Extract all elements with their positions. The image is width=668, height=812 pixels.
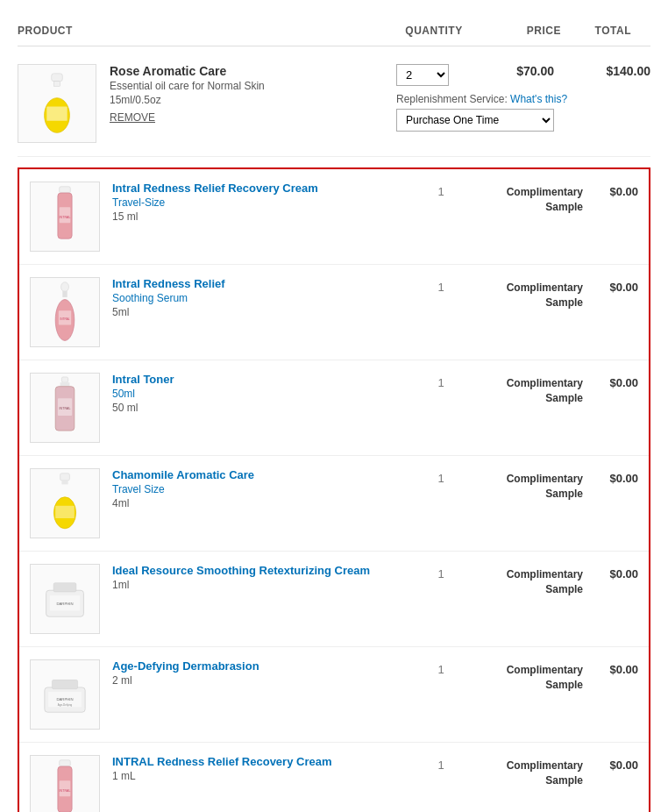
comp-total-2: $0.00 (590, 277, 638, 294)
comp-image-5: DARPHIN (30, 564, 100, 634)
svg-rect-14 (60, 382, 70, 387)
svg-text:INTRAL: INTRAL (60, 789, 71, 793)
comp-price-5: ComplimentarySample (476, 564, 590, 597)
comp-sub-4: Travel Size (112, 483, 406, 495)
comp-qty-4: 1 (406, 468, 476, 485)
comp-qty-3: 1 (406, 373, 476, 389)
svg-text:Age-Defying: Age-Defying (58, 703, 73, 707)
comp-size-3: 50 ml (112, 402, 406, 414)
comp-size-7: 1 mL (112, 770, 406, 782)
svg-rect-21 (55, 506, 75, 518)
svg-rect-23 (53, 582, 76, 591)
svg-rect-1 (53, 82, 60, 86)
comp-row-2: INTRAL Intral Redness Relief Soothing Se… (19, 265, 649, 360)
comp-size-5: 1ml (112, 579, 406, 591)
comp-size-4: 4ml (112, 497, 406, 509)
comp-total-6: $0.00 (590, 659, 638, 676)
svg-text:DARPHIN: DARPHIN (56, 697, 73, 702)
replenishment-row: Replenishment Service: What's this? Purc… (396, 93, 650, 132)
main-product-total: $140.00 (589, 64, 650, 78)
comp-sub-1: Travel-Size (112, 196, 406, 209)
svg-rect-3 (46, 107, 67, 121)
comp-name-5: Ideal Resource Smoothing Retexturizing C… (112, 564, 406, 577)
main-product-info: Rose Aromatic Care Essential oil care fo… (110, 64, 396, 124)
replenishment-label: Replenishment Service: What's this? (396, 93, 567, 105)
comp-price-2: ComplimentarySample (476, 277, 590, 310)
svg-rect-18 (60, 474, 70, 481)
svg-text:DARPHIN: DARPHIN (56, 602, 73, 606)
svg-rect-13 (61, 377, 68, 382)
comp-info-2: Intral Redness Relief Soothing Serum 5ml (112, 277, 406, 318)
comp-image-2: INTRAL (30, 277, 100, 347)
svg-rect-31 (60, 760, 71, 766)
comp-qty-6: 1 (406, 659, 476, 676)
comp-total-5: $0.00 (590, 564, 638, 581)
replenishment-select[interactable]: Purchase One Time Subscribe & Save (396, 109, 554, 132)
header-price: PRICE (473, 25, 561, 37)
header-product: PRODUCT (18, 25, 394, 37)
comp-row-1: INTRAL Intral Redness Relief Recovery Cr… (19, 169, 649, 265)
comp-sub-2: Soothing Serum (112, 292, 406, 304)
comp-info-3: Intral Toner 50ml 50 ml (112, 373, 406, 414)
comp-image-7: INTRAL (30, 755, 100, 812)
svg-rect-9 (62, 291, 67, 297)
svg-rect-0 (52, 74, 63, 82)
comp-row-3: INTRAL Intral Toner 50ml 50 ml 1 Complim… (19, 360, 649, 456)
main-product-right: 1 2 3 4 5 $70.00 $140.00 Replenishment S… (396, 64, 650, 132)
complimentary-section: INTRAL Intral Redness Relief Recovery Cr… (18, 167, 650, 812)
main-product-image (18, 64, 96, 143)
comp-image-6: DARPHIN Age-Defying (30, 659, 100, 730)
comp-row-4: Chamomile Aromatic Care Travel Size 4ml … (19, 456, 649, 552)
comp-name-3: Intral Toner (112, 373, 406, 386)
comp-info-1: Intral Redness Relief Recovery Cream Tra… (112, 182, 406, 223)
comp-price-7: ComplimentarySample (476, 755, 590, 788)
comp-qty-1: 1 (406, 182, 476, 198)
qty-price-row: 1 2 3 4 5 $70.00 $140.00 (396, 64, 650, 86)
comp-name-1: Intral Redness Relief Recovery Cream (112, 182, 406, 195)
comp-info-4: Chamomile Aromatic Care Travel Size 4ml (112, 468, 406, 509)
svg-rect-4 (60, 187, 71, 193)
comp-name-4: Chamomile Aromatic Care (112, 468, 406, 481)
comp-row-5: DARPHIN Ideal Resource Smoothing Retextu… (19, 552, 649, 647)
svg-text:INTRAL: INTRAL (60, 407, 71, 410)
svg-text:INTRAL: INTRAL (60, 317, 69, 321)
comp-qty-5: 1 (406, 564, 476, 581)
comp-info-6: Age-Defying Dermabrasion 2 ml (112, 659, 406, 687)
quantity-select[interactable]: 1 2 3 4 5 (396, 64, 449, 86)
comp-name-7: INTRAL Redness Relief Recovery Cream (112, 755, 406, 768)
comp-total-1: $0.00 (590, 182, 638, 198)
comp-size-6: 2 ml (112, 674, 406, 687)
comp-row-6: DARPHIN Age-Defying Age-Defying Dermabra… (19, 647, 649, 743)
main-product-subtitle: Essential oil care for Normal Skin (110, 80, 396, 92)
comp-total-7: $0.00 (590, 755, 638, 772)
comp-size-1: 15 ml (112, 210, 406, 223)
comp-qty-2: 1 (406, 277, 476, 294)
comp-row-7: INTRAL INTRAL Redness Relief Recovery Cr… (19, 743, 649, 812)
comp-info-5: Ideal Resource Smoothing Retexturizing C… (112, 564, 406, 591)
comp-name-2: Intral Redness Relief (112, 277, 406, 290)
svg-rect-19 (61, 481, 68, 485)
comp-qty-7: 1 (406, 755, 476, 772)
main-product-price: $70.00 (484, 64, 554, 78)
comp-price-6: ComplimentarySample (476, 659, 590, 693)
comp-price-3: ComplimentarySample (476, 373, 590, 406)
svg-point-8 (61, 282, 69, 292)
main-product-row: Rose Aromatic Care Essential oil care fo… (18, 55, 650, 157)
svg-text:INTRAL: INTRAL (60, 216, 71, 219)
comp-size-2: 5ml (112, 306, 406, 318)
comp-total-4: $0.00 (590, 468, 638, 485)
comp-info-7: INTRAL Redness Relief Recovery Cream 1 m… (112, 755, 406, 782)
table-header: PRODUCT QUANTITY PRICE TOTAL (18, 18, 650, 46)
comp-image-3: INTRAL (30, 373, 100, 443)
comp-price-1: ComplimentarySample (476, 182, 590, 215)
header-total: TOTAL (561, 25, 631, 37)
comp-image-1: INTRAL (30, 182, 100, 252)
quantity-select-wrap: 1 2 3 4 5 (396, 64, 449, 86)
main-product-size: 15ml/0.5oz (110, 94, 396, 106)
comp-sub-3: 50ml (112, 388, 406, 400)
remove-button[interactable]: REMOVE (110, 111, 396, 124)
comp-price-4: ComplimentarySample (476, 468, 590, 502)
comp-name-6: Age-Defying Dermabrasion (112, 659, 406, 673)
whats-this-link[interactable]: What's this? (510, 93, 567, 105)
svg-rect-27 (52, 680, 77, 688)
